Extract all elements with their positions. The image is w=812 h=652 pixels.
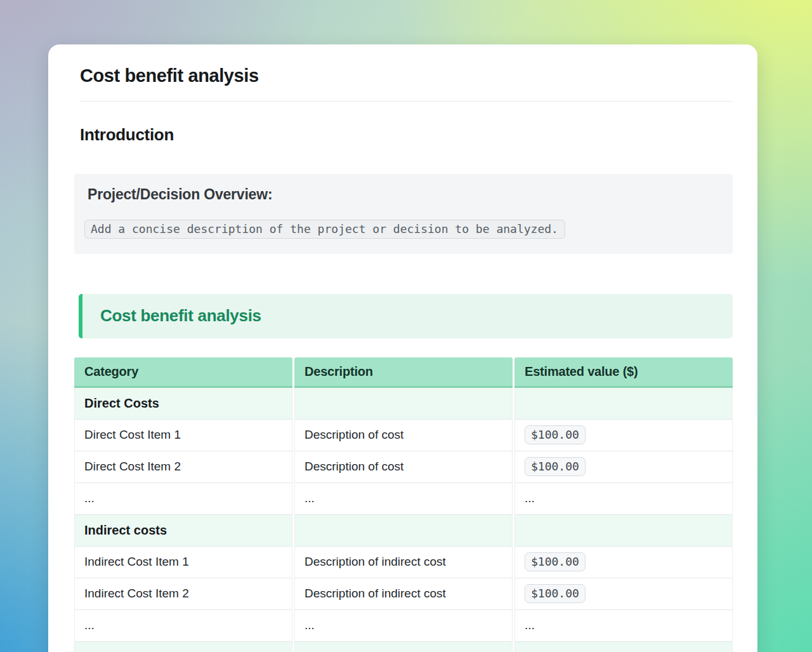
- cell-category[interactable]: Direct Cost Item 1: [74, 420, 292, 451]
- cell-category[interactable]: Indirect Cost Item 2: [74, 578, 292, 610]
- overview-panel-heading: Project/Decision Overview:: [88, 186, 719, 204]
- cell-description[interactable]: Description of indirect cost: [294, 547, 513, 578]
- table-row: [74, 642, 733, 652]
- cell-value[interactable]: $100.00: [514, 547, 733, 578]
- cost-benefit-table: CategoryDescriptionEstimated value ($) D…: [74, 357, 733, 652]
- table-row: Direct Cost Item 2Description of cost$10…: [74, 451, 733, 483]
- table-row: Indirect Cost Item 2Description of indir…: [74, 578, 733, 610]
- overview-placeholder-input[interactable]: Add a concise description of the project…: [84, 220, 565, 239]
- table-header-row: CategoryDescriptionEstimated value ($): [74, 357, 733, 388]
- document-card: Cost benefit analysis Introduction Proje…: [48, 44, 757, 652]
- cell-description[interactable]: [294, 642, 513, 652]
- cell-description[interactable]: [294, 388, 513, 420]
- table-row: Direct Cost Item 1Description of cost$10…: [74, 420, 733, 451]
- cell-value[interactable]: $100.00: [514, 451, 733, 483]
- cell-description[interactable]: [294, 515, 513, 547]
- cell-category[interactable]: Direct Costs: [74, 388, 292, 420]
- value-chip[interactable]: $100.00: [525, 552, 586, 571]
- page-title: Cost benefit analysis: [80, 65, 732, 87]
- cell-category[interactable]: Direct Cost Item 2: [74, 451, 292, 483]
- cell-category[interactable]: ...: [74, 610, 292, 642]
- cell-value[interactable]: $100.00: [514, 578, 733, 610]
- cell-description[interactable]: ...: [294, 483, 513, 515]
- table-row: .........: [74, 483, 733, 515]
- table-row: .........: [74, 610, 733, 642]
- cell-category[interactable]: Indirect Cost Item 1: [74, 547, 292, 578]
- value-chip[interactable]: $100.00: [525, 584, 586, 603]
- value-chip[interactable]: $100.00: [525, 457, 586, 476]
- column-header-estimated-value: Estimated value ($): [514, 357, 733, 388]
- table-row: Direct Costs: [74, 388, 733, 420]
- table-row: Indirect Cost Item 1Description of indir…: [74, 547, 733, 578]
- callout-title: Cost benefit analysis: [100, 306, 261, 326]
- column-header-category: Category: [74, 357, 292, 388]
- cell-category[interactable]: Indirect costs: [74, 515, 292, 547]
- cell-value[interactable]: [514, 642, 733, 652]
- introduction-heading: Introduction: [80, 125, 732, 145]
- cell-category[interactable]: ...: [74, 483, 292, 515]
- table-body: Direct CostsDirect Cost Item 1Descriptio…: [74, 388, 733, 652]
- cell-value[interactable]: [514, 388, 733, 420]
- cell-description[interactable]: ...: [294, 610, 513, 642]
- table-row: Indirect costs: [74, 515, 733, 547]
- cell-value[interactable]: ...: [514, 483, 733, 515]
- cell-description[interactable]: Description of indirect cost: [294, 578, 513, 610]
- cost-benefit-callout: Cost benefit analysis: [79, 294, 733, 338]
- column-header-description: Description: [294, 357, 513, 388]
- overview-panel: Project/Decision Overview: Add a concise…: [74, 174, 733, 254]
- cell-value[interactable]: $100.00: [514, 420, 733, 451]
- cell-description[interactable]: Description of cost: [294, 420, 513, 451]
- cell-category[interactable]: [74, 642, 292, 652]
- value-chip[interactable]: $100.00: [525, 425, 586, 444]
- cell-value[interactable]: [514, 515, 733, 547]
- cell-description[interactable]: Description of cost: [294, 451, 513, 483]
- title-divider: [80, 101, 733, 102]
- cell-value[interactable]: ...: [514, 610, 733, 642]
